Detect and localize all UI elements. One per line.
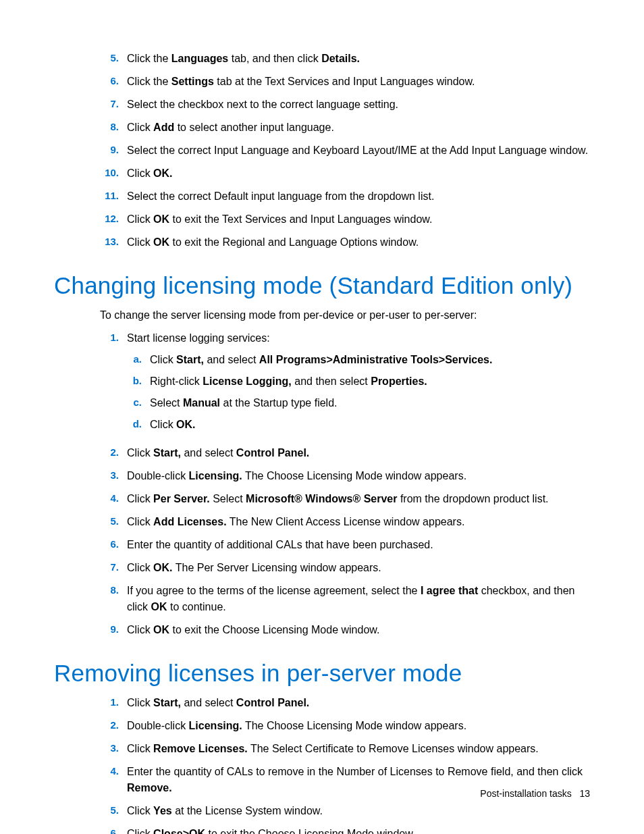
sub-step-list: a.Click Start, and select All Programs>A… <box>127 352 590 438</box>
list-item-text: Right-click License Logging, and then se… <box>150 375 427 387</box>
document-page: 5.Click the Languages tab, and then clic… <box>0 0 644 834</box>
list-marker: 1. <box>100 330 119 346</box>
list-item: 6.Click Close>OK to exit the Choose Lice… <box>100 826 590 834</box>
list-item: 4.Click Per Server. Select Microsoft® Wi… <box>100 491 590 514</box>
list-marker: a. <box>127 352 142 367</box>
list-item-text: Click OK. <box>127 167 173 179</box>
list-item-text: Double-click Licensing. The Choose Licen… <box>127 720 466 731</box>
footer-label: Post-installation tasks <box>480 788 571 799</box>
list-item-text: Select the correct Input Language and Ke… <box>127 145 588 156</box>
list-marker: 4. <box>100 764 119 779</box>
list-item-text: Click Start, and select All Programs>Adm… <box>150 354 492 365</box>
list-item-text: Click OK to exit the Regional and Langua… <box>127 236 419 248</box>
list-item: 3.Double-click Licensing. The Choose Lic… <box>100 468 590 491</box>
list-item-text: Click Yes at the License System window. <box>127 805 323 816</box>
list-item: c.Select Manual at the Startup type fiel… <box>127 395 590 417</box>
list-item: 7.Click OK. The Per Server Licensing win… <box>100 560 590 583</box>
list-marker: 9. <box>100 142 119 158</box>
list-marker: 3. <box>100 741 119 756</box>
list-item-text: Select Manual at the Startup type field. <box>150 397 337 409</box>
list-item: 5.Click Yes at the License System window… <box>100 803 590 826</box>
list-item: 5.Click Add Licenses. The New Client Acc… <box>100 514 590 537</box>
list-item-text: Select the checkbox next to the correct … <box>127 99 398 110</box>
list-item-text: Click Per Server. Select Microsoft® Wind… <box>127 493 549 504</box>
list-item-text: Start license logging services: <box>127 332 270 344</box>
list-item-text: If you agree to the terms of the license… <box>127 585 574 613</box>
list-marker: 9. <box>100 622 119 637</box>
list-item: 2.Click Start, and select Control Panel. <box>100 445 590 468</box>
list-marker: 8. <box>100 583 119 598</box>
list-item-text: Click Add Licenses. The New Client Acces… <box>127 516 464 527</box>
heading-changing-licensing: Changing licensing mode (Standard Editio… <box>54 272 590 299</box>
list-item: 2.Double-click Licensing. The Choose Lic… <box>100 718 590 741</box>
list-item: 1.Click Start, and select Control Panel. <box>100 695 590 718</box>
list-item: a.Click Start, and select All Programs>A… <box>127 352 590 373</box>
list-item-text: Click Start, and select Control Panel. <box>127 447 309 459</box>
list-item: 8.If you agree to the terms of the licen… <box>100 583 590 622</box>
list-item: b.Right-click License Logging, and then … <box>127 373 590 395</box>
list-marker: 5. <box>100 514 119 529</box>
list-item-text: Click Add to select another input langua… <box>127 122 334 133</box>
list-marker: 10. <box>100 165 119 181</box>
list-marker: 4. <box>100 491 119 506</box>
list-item-text: Click OK to exit the Text Services and I… <box>127 213 432 225</box>
list-marker: 1. <box>100 695 119 710</box>
list-marker: 13. <box>100 234 119 250</box>
list-marker: b. <box>127 373 142 389</box>
heading-removing-licenses: Removing licenses in per-server mode <box>54 660 590 687</box>
list-item-text: Click Remove Licenses. The Select Certif… <box>127 743 539 754</box>
list-item-text: Enter the quantity of additional CALs th… <box>127 539 433 550</box>
list-item: 12.Click OK to exit the Text Services an… <box>100 211 590 234</box>
list-item: 1.Start license logging services:a.Click… <box>100 330 590 445</box>
list-item-text: Click Start, and select Control Panel. <box>127 697 309 708</box>
list-item-text: Click the Settings tab at the Text Servi… <box>127 76 475 87</box>
list-item-text: Double-click Licensing. The Choose Licen… <box>127 470 466 481</box>
list-item-text: Click OK. <box>150 419 196 430</box>
list-marker: 6. <box>100 74 119 89</box>
list-item-text: Click OK. The Per Server Licensing windo… <box>127 562 381 573</box>
list-marker: d. <box>127 417 142 432</box>
list-marker: 7. <box>100 97 119 112</box>
list-item-text: Click Close>OK to exit the Choose Licens… <box>127 828 415 834</box>
list-item: 11.Select the correct Default input lang… <box>100 188 590 211</box>
list-item: 9.Click OK to exit the Choose Licensing … <box>100 622 590 645</box>
list-marker: 2. <box>100 718 119 733</box>
list-marker: c. <box>127 395 142 411</box>
step-list-1: 5.Click the Languages tab, and then clic… <box>100 51 590 257</box>
list-marker: 6. <box>100 826 119 834</box>
list-marker: 5. <box>100 51 119 66</box>
step-list-2: 1.Start license logging services:a.Click… <box>100 330 590 645</box>
list-marker: 7. <box>100 560 119 575</box>
list-item: 3.Click Remove Licenses. The Select Cert… <box>100 741 590 764</box>
footer-page-number: 13 <box>579 788 590 799</box>
list-item: 6.Click the Settings tab at the Text Ser… <box>100 74 590 97</box>
step-list-3: 1.Click Start, and select Control Panel.… <box>100 695 590 834</box>
list-item: 5.Click the Languages tab, and then clic… <box>100 51 590 74</box>
list-marker: 6. <box>100 537 119 552</box>
list-marker: 2. <box>100 445 119 461</box>
list-marker: 8. <box>100 120 119 135</box>
list-marker: 3. <box>100 468 119 484</box>
list-item: 13.Click OK to exit the Regional and Lan… <box>100 234 590 257</box>
list-item: 9.Select the correct Input Language and … <box>100 142 590 165</box>
page-footer: Post-installation tasks 13 <box>480 788 590 799</box>
list-item-text: Click OK to exit the Choose Licensing Mo… <box>127 624 379 635</box>
list-marker: 11. <box>100 188 119 204</box>
list-marker: 12. <box>100 211 119 227</box>
list-item: d.Click OK. <box>127 417 590 438</box>
list-item-text: Select the correct Default input languag… <box>127 190 434 202</box>
list-item: 6.Enter the quantity of additional CALs … <box>100 537 590 560</box>
list-item: 8.Click Add to select another input lang… <box>100 120 590 142</box>
list-item: 7.Select the checkbox next to the correc… <box>100 97 590 120</box>
intro-text: To change the server licensing mode from… <box>100 307 590 323</box>
list-marker: 5. <box>100 803 119 818</box>
list-item: 10.Click OK. <box>100 165 590 188</box>
list-item-text: Click the Languages tab, and then click … <box>127 53 360 64</box>
